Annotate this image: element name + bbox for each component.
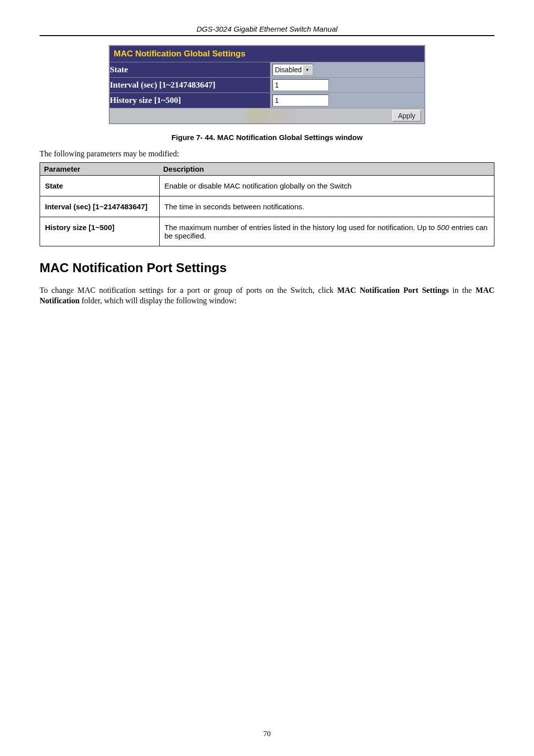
param-header-col2: Description (159, 163, 494, 176)
param-desc: Enable or disable MAC notification globa… (159, 176, 494, 196)
param-desc: The time in seconds between notification… (159, 196, 494, 217)
chevron-down-icon[interactable]: ▼ (303, 65, 312, 75)
header-rule (40, 35, 494, 36)
figure-caption: Figure 7- 44. MAC Notification Global Se… (40, 133, 494, 142)
param-name: State (40, 176, 160, 196)
table-row: Interval (sec) [1~2147483647] The time i… (40, 196, 494, 217)
state-select-value: Disabled (275, 66, 302, 74)
interval-input[interactable]: 1 (272, 79, 329, 91)
table-row: History size [1~500] The maximum number … (40, 217, 494, 246)
state-row: State Disabled ▼ (109, 62, 425, 78)
history-label: History size [1~500] (109, 93, 270, 108)
param-desc: The maximum number of entries listed in … (159, 217, 494, 246)
param-name: Interval (sec) [1~2147483647] (40, 196, 160, 217)
table-row: State Enable or disable MAC notification… (40, 176, 494, 196)
interval-row: Interval (sec) [1~2147483647] 1 (109, 78, 425, 93)
param-header-row: Parameter Description (40, 163, 494, 176)
history-row: History size [1~500] 1 (109, 93, 425, 108)
param-name: History size [1~500] (40, 217, 160, 246)
body-paragraph: To change MAC notification settings for … (40, 285, 494, 306)
state-select[interactable]: Disabled ▼ (272, 64, 313, 76)
doc-header: DGS-3024 Gigabit Ethernet Switch Manual (40, 25, 494, 33)
param-header-col1: Parameter (40, 163, 160, 176)
figure-wrapper: MAC Notification Global Settings State D… (40, 45, 494, 124)
mac-global-settings-panel: MAC Notification Global Settings State D… (109, 45, 425, 124)
interval-label: Interval (sec) [1~2147483647] (109, 78, 270, 93)
section-heading: MAC Notification Port Settings (40, 260, 494, 276)
parameter-table: Parameter Description State Enable or di… (40, 162, 494, 246)
state-label: State (109, 62, 270, 78)
page-number: 70 (0, 730, 534, 738)
history-input[interactable]: 1 (272, 94, 329, 106)
apply-row: Apply (109, 108, 425, 124)
panel-title-row: MAC Notification Global Settings (109, 46, 425, 62)
apply-button[interactable]: Apply (392, 110, 421, 122)
intro-text: The following parameters may be modified… (40, 149, 494, 158)
panel-title: MAC Notification Global Settings (109, 46, 425, 62)
